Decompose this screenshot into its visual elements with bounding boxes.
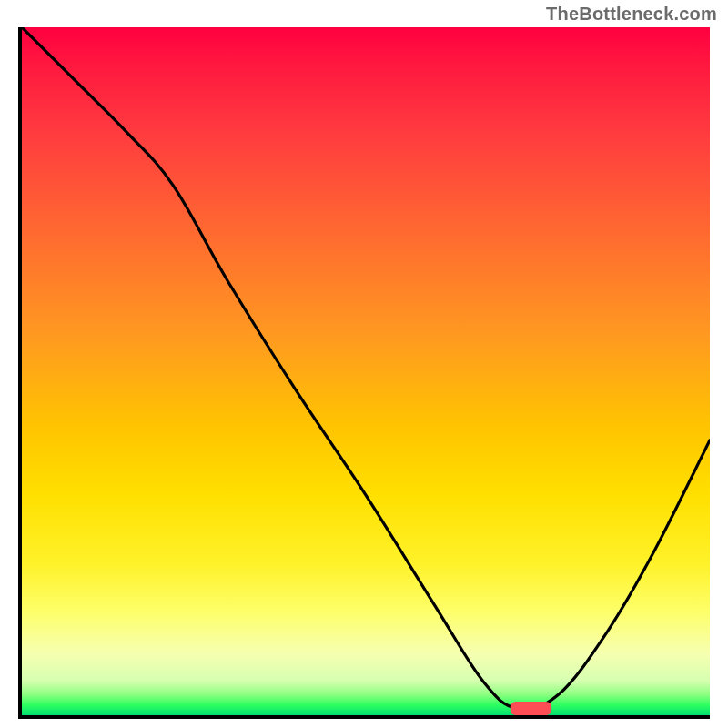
optimal-marker: [511, 702, 551, 715]
watermark-text: TheBottleneck.com: [546, 4, 717, 25]
bottleneck-curve: [22, 27, 710, 709]
chart-plot-area: [18, 27, 710, 719]
chart-svg-layer: [22, 27, 710, 715]
